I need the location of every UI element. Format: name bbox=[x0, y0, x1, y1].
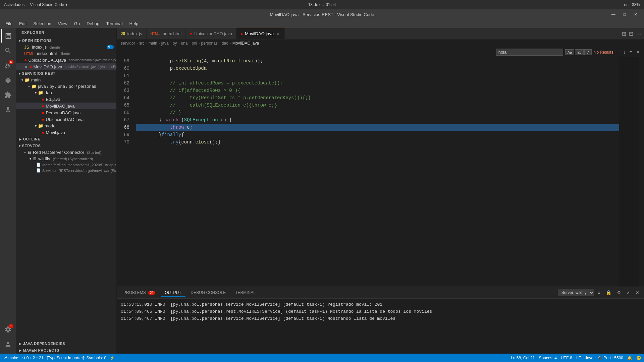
info-count: 21 bbox=[39, 356, 43, 360]
split-editor-icon[interactable]: ⊞ bbox=[622, 31, 626, 37]
activity-settings[interactable]: 1 bbox=[1, 323, 15, 336]
tree-server-path2[interactable]: 📄 Servicios-REST/servidor/target/movil.w… bbox=[16, 168, 116, 173]
find-input[interactable] bbox=[496, 49, 563, 56]
activity-flask[interactable] bbox=[1, 103, 15, 116]
tree-java-path[interactable]: ▾ 📁 java / py / una / pol / personas bbox=[16, 83, 116, 89]
open-editor-index-js[interactable]: JS index.js cliente 9+ bbox=[16, 44, 116, 50]
breadcrumb-main[interactable]: main bbox=[149, 41, 157, 46]
panel-tab-output[interactable]: OUTPUT bbox=[161, 289, 185, 297]
code-line-66: // } bbox=[136, 109, 619, 116]
activity-account[interactable] bbox=[1, 338, 15, 351]
close-icon[interactable]: ✕ bbox=[24, 64, 28, 69]
select-all-matches-button[interactable]: ≡ bbox=[628, 49, 634, 55]
close-button[interactable]: ✕ bbox=[631, 11, 640, 17]
tree-ubicacion-dao[interactable]: ● UbicacionDAO.java bbox=[16, 116, 116, 123]
spaces-setting[interactable]: Spaces: 4 bbox=[539, 356, 557, 360]
tree-model[interactable]: ▾ 📁 model bbox=[16, 123, 116, 129]
panel-list-icon[interactable]: ≡ bbox=[596, 289, 602, 296]
tab-ubicacion[interactable]: ● UbicacionDAO.java bbox=[186, 28, 236, 40]
open-editor-movil[interactable]: ✕ ● MovilDAO.java servidor/src/main/java… bbox=[16, 63, 116, 70]
java-deps-section[interactable]: ▶ JAVA DEPENDENCIES bbox=[16, 340, 116, 347]
activity-source-control[interactable]: 6 bbox=[1, 59, 15, 72]
tree-wildfly[interactable]: ▾ 🖥 wildfly (Started) (Synchronized) bbox=[16, 156, 116, 162]
encoding-setting[interactable]: UTF-8 bbox=[561, 356, 572, 360]
tab-actions: ⊞ ⊟ … bbox=[619, 31, 644, 37]
panel-close-button[interactable]: ✕ bbox=[633, 289, 641, 296]
menu-view[interactable]: View bbox=[55, 20, 70, 27]
tree-dao[interactable]: ▾ 📁 dao bbox=[16, 89, 116, 96]
tree-persona-dao[interactable]: ● PersonaDAO.java bbox=[16, 109, 116, 116]
tree-movil-java[interactable]: ● Movil.java bbox=[16, 129, 116, 136]
code-content[interactable]: p.setString(4, m.getNro_linea()); p.exec… bbox=[133, 57, 619, 287]
panel-collapse-icon[interactable]: ∧ bbox=[625, 289, 632, 296]
tab-index-html[interactable]: HTML index.html bbox=[147, 28, 186, 40]
menu-edit[interactable]: Edit bbox=[16, 20, 29, 27]
tab-close-button[interactable]: ✕ bbox=[276, 31, 280, 37]
menu-terminal[interactable]: Terminal bbox=[103, 20, 125, 27]
tab-index-js[interactable]: JS index.js bbox=[117, 28, 147, 40]
breadcrumb-servidor[interactable]: servidor bbox=[121, 41, 135, 46]
tree-main[interactable]: ▾ 📁 main bbox=[16, 77, 116, 83]
menu-help[interactable]: Help bbox=[127, 20, 141, 27]
panel-lock-icon[interactable]: 🔒 bbox=[604, 289, 613, 296]
live-icon[interactable]: ⚡ bbox=[110, 356, 115, 360]
activity-extensions[interactable] bbox=[1, 88, 15, 102]
down-arrow-icon: ↓ bbox=[30, 356, 32, 360]
menu-file[interactable]: File bbox=[3, 20, 15, 27]
more-actions-icon[interactable]: … bbox=[636, 31, 641, 37]
breadcrumb-movil-dao[interactable]: MovilDAO.java bbox=[232, 41, 259, 46]
tree-red-hat[interactable]: ▾ 🖥 Red Hat Server Connector (Started) bbox=[16, 149, 116, 156]
open-editor-ubicacion[interactable]: ● UbicacionDAO.java servidor/src/main/ja… bbox=[16, 57, 116, 63]
whole-word-button[interactable]: ab bbox=[575, 49, 584, 55]
panel-settings-icon[interactable]: ⚙ bbox=[615, 289, 623, 296]
vscode-os-label[interactable]: Visual Studio Code ▾ bbox=[30, 2, 67, 7]
line-ending-setting[interactable]: LF bbox=[576, 356, 581, 360]
close-find-button[interactable]: ✕ bbox=[634, 49, 641, 55]
tab-movil-dao[interactable]: ● MovilDAO.java ✕ bbox=[236, 28, 285, 40]
menu-selection[interactable]: Selection bbox=[31, 20, 54, 27]
tree-movil-dao[interactable]: ● MovilDAO.java bbox=[16, 103, 116, 109]
minimize-button[interactable]: — bbox=[609, 11, 618, 17]
sidebar: EXPLORER ▾ OPEN EDITORS JS index.js clie… bbox=[16, 28, 117, 354]
panel-tab-problems[interactable]: PROBLEMS 21 bbox=[119, 289, 159, 296]
match-case-button[interactable]: Aa bbox=[565, 49, 574, 55]
maven-section[interactable]: ▶ MAVEN PROJECTS bbox=[16, 347, 116, 354]
activity-debug[interactable] bbox=[1, 73, 15, 87]
git-branch[interactable]: ⎇ main* bbox=[3, 356, 19, 360]
breadcrumb-una[interactable]: una bbox=[181, 41, 187, 46]
tree-bd-java[interactable]: ● Bd.java bbox=[16, 96, 116, 103]
notifications-button[interactable]: 🔔 bbox=[627, 356, 632, 360]
activity-search[interactable] bbox=[1, 44, 15, 57]
tree-server-path1[interactable]: 📄 /home/fer/Documentos/sem1_2020/Distri/… bbox=[16, 162, 116, 168]
port-setting[interactable]: 🔌 Port : 5500 bbox=[597, 356, 623, 360]
server-select[interactable]: Server: wildfly bbox=[558, 289, 594, 296]
servicios-rest-section[interactable]: ▾ SERVICIOS-REST bbox=[16, 70, 116, 77]
cursor-position[interactable]: Ln 68, Col 21 bbox=[511, 356, 535, 360]
activity-explorer[interactable] bbox=[1, 29, 15, 43]
feedback-button[interactable]: 😊 bbox=[636, 356, 641, 360]
menu-go[interactable]: Go bbox=[71, 20, 83, 27]
breadcrumb-py[interactable]: py bbox=[173, 41, 177, 46]
breadcrumb-personas[interactable]: personas bbox=[201, 41, 217, 46]
sync-status[interactable]: ↺ 0 ↓ 2 ↑ 21 bbox=[22, 356, 44, 360]
panel-tab-terminal[interactable]: TERMINAL bbox=[231, 289, 260, 296]
editor-layout-icon[interactable]: ⊟ bbox=[629, 31, 633, 37]
breadcrumb-pol[interactable]: pol bbox=[192, 41, 197, 46]
language-setting[interactable]: Java bbox=[585, 356, 593, 360]
panel-tab-debug-console[interactable]: DEBUG CONSOLE bbox=[187, 289, 230, 296]
breadcrumb-src[interactable]: src bbox=[139, 41, 145, 46]
activities-label[interactable]: Actividades bbox=[4, 2, 24, 7]
maximize-button[interactable]: □ bbox=[621, 11, 629, 17]
open-editor-index-html[interactable]: HTML index.html cliente bbox=[16, 50, 116, 57]
next-match-button[interactable]: ↓ bbox=[622, 49, 627, 55]
open-editors-section[interactable]: ▾ OPEN EDITORS bbox=[16, 37, 116, 44]
servers-section[interactable]: ▾ SERVERS bbox=[16, 142, 116, 149]
breadcrumb-java[interactable]: java bbox=[161, 41, 169, 46]
editor-scrollbar[interactable] bbox=[639, 57, 644, 287]
prev-match-button[interactable]: ↑ bbox=[615, 49, 621, 55]
outline-section[interactable]: ▶ OUTLINE bbox=[16, 136, 116, 142]
regex-button[interactable]: .* bbox=[584, 49, 591, 55]
typescript-status[interactable]: [TypeScript Importer]: Symbols: 0 bbox=[47, 356, 106, 360]
breadcrumb-dao[interactable]: dao bbox=[222, 41, 228, 46]
menu-debug[interactable]: Debug bbox=[84, 20, 102, 27]
